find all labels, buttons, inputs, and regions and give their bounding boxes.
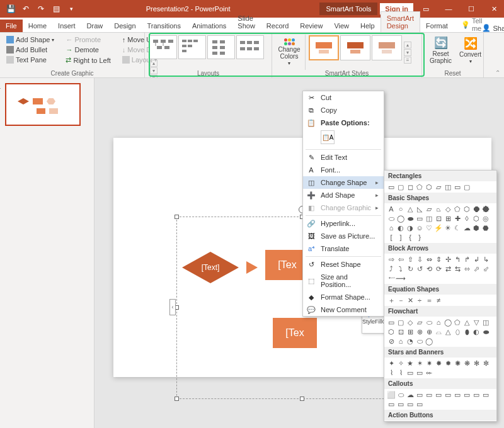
fc-1[interactable]: ▭ xyxy=(387,318,396,327)
shape-rtri[interactable]: ◺ xyxy=(415,205,424,213)
save-icon[interactable]: 💾 xyxy=(4,2,18,16)
shape-c1[interactable]: ⌂ xyxy=(387,223,396,232)
shape-b1[interactable]: ⬭ xyxy=(387,214,396,223)
fc-22[interactable]: ⬬ xyxy=(481,327,490,336)
arrow-b4[interactable]: ↳ xyxy=(481,255,490,264)
fc-5[interactable]: ⬭ xyxy=(425,318,433,327)
fc-12[interactable]: ⬡ xyxy=(387,327,396,336)
arrow-q[interactable]: ✢ xyxy=(444,255,452,264)
shape-c10[interactable]: ⬢ xyxy=(472,223,481,232)
tell-me[interactable]: 💡Tell me xyxy=(461,17,483,32)
slide-thumbnail-1[interactable] xyxy=(5,83,81,126)
start-slideshow-icon[interactable]: ▤ xyxy=(49,2,63,16)
tab-animations[interactable]: Animations xyxy=(186,20,232,32)
fc-3[interactable]: ◇ xyxy=(406,318,415,327)
shape-hept[interactable]: ⯃ xyxy=(472,205,481,213)
tab-help[interactable]: Help xyxy=(355,20,381,32)
tab-review[interactable]: Review xyxy=(294,20,328,32)
eq-div[interactable]: ÷ xyxy=(415,296,424,305)
shape-b3[interactable]: ⬬ xyxy=(406,214,415,223)
fc-26[interactable]: ⬭ xyxy=(415,337,424,346)
shape-c11[interactable]: ⬣ xyxy=(481,223,490,232)
arrow-b2[interactable]: ↱ xyxy=(462,255,471,264)
co-4[interactable]: ▭ xyxy=(415,390,424,399)
paste-option-text[interactable]: 📋A xyxy=(321,130,335,144)
fc-14[interactable]: ⊞ xyxy=(406,327,415,336)
smartart-shape-diamond[interactable]: [Text] xyxy=(182,252,239,283)
co-3[interactable]: ☁ xyxy=(406,390,415,399)
st-2[interactable]: ✧ xyxy=(396,359,405,368)
shape-c6[interactable]: ⚡ xyxy=(434,223,443,232)
share-button[interactable]: 👤Share xyxy=(482,24,504,32)
reset-graphic-button[interactable]: 🔄Reset Graphic xyxy=(426,35,455,65)
arrow-c5[interactable]: ⟲ xyxy=(425,264,433,273)
shape-br4[interactable]: } xyxy=(415,233,424,242)
shape-c4[interactable]: ☺ xyxy=(415,223,424,232)
shape-br1[interactable]: [ xyxy=(387,233,396,242)
shape-b4[interactable]: ▭ xyxy=(415,214,424,223)
fc-27[interactable]: ◯ xyxy=(425,337,433,346)
add-shape-button[interactable]: Add Shape ▾ xyxy=(4,35,57,45)
fc-13[interactable]: ⊡ xyxy=(396,327,405,336)
arrow-u[interactable]: ⇧ xyxy=(406,255,415,264)
st-6[interactable]: ✸ xyxy=(434,359,443,368)
ctx-add-shape[interactable]: ➕Add Shape▸ xyxy=(303,189,384,201)
fc-17[interactable]: ⌓ xyxy=(434,327,443,336)
arrow-c11[interactable]: ⬃ xyxy=(481,264,490,273)
shape-b9[interactable]: ◊ xyxy=(462,214,471,223)
arrow-ud[interactable]: ⇕ xyxy=(434,255,443,264)
fc-18[interactable]: △ xyxy=(444,327,452,336)
co-15[interactable]: ▭ xyxy=(415,400,424,408)
fc-24[interactable]: ⌂ xyxy=(396,337,405,346)
bn-2[interactable]: ⌇ xyxy=(396,368,405,377)
shape-tri[interactable]: △ xyxy=(406,205,415,213)
collapse-ribbon-icon[interactable]: ⌃ xyxy=(495,69,500,76)
co-10[interactable]: ▭ xyxy=(472,390,481,399)
bn-4[interactable]: ▭ xyxy=(415,368,424,377)
shape-dia[interactable]: ◇ xyxy=(444,205,452,213)
ctx-save-as-picture[interactable]: 🖼Save as Picture... xyxy=(303,230,384,242)
shape-oct[interactable]: ⯄ xyxy=(481,205,490,213)
eq-minus[interactable]: － xyxy=(396,296,405,305)
st-8[interactable]: ✺ xyxy=(453,359,462,368)
tab-smartart-design[interactable]: SmartArt Design xyxy=(381,11,420,32)
shape-b2[interactable]: ◯ xyxy=(396,214,405,223)
co-9[interactable]: ▭ xyxy=(462,390,471,399)
co-14[interactable]: ▭ xyxy=(406,400,415,408)
arrow-b1[interactable]: ↰ xyxy=(453,255,462,264)
tab-home[interactable]: Home xyxy=(23,20,52,32)
arrow-c4[interactable]: ↺ xyxy=(415,264,424,273)
eq-plus[interactable]: ＋ xyxy=(387,296,396,305)
ctx-change-shape[interactable]: ◫Change Shape▸ xyxy=(303,176,384,189)
arrow-c2[interactable]: ⤵ xyxy=(396,264,405,273)
maximize-icon[interactable]: ☐ xyxy=(461,1,481,16)
tab-record[interactable]: Record xyxy=(261,20,294,32)
ctx-edit-text[interactable]: ✎Edit Text xyxy=(303,151,384,164)
co-7[interactable]: ▭ xyxy=(444,390,452,399)
st-10[interactable]: ✻ xyxy=(472,359,481,368)
ctx-hyperlink[interactable]: 🔗Hyperlink... xyxy=(303,217,384,230)
shape-c2[interactable]: ◐ xyxy=(396,223,405,232)
shape-trap[interactable]: ⏢ xyxy=(434,205,443,213)
fc-19[interactable]: ⬯ xyxy=(453,327,462,336)
arrow-c6[interactable]: ⟳ xyxy=(434,264,443,273)
shape-rect9[interactable]: ▢ xyxy=(462,183,471,191)
ctx-format-shape[interactable]: ◆Format Shape... xyxy=(303,291,384,303)
arrow-c1[interactable]: ⤴ xyxy=(387,264,396,273)
fc-11[interactable]: ◫ xyxy=(481,318,490,327)
add-bullet-button[interactable]: Add Bullet xyxy=(4,45,57,55)
st-9[interactable]: ❋ xyxy=(462,359,471,368)
eq-neq[interactable]: ≠ xyxy=(434,296,443,305)
ctx-font[interactable]: AFont... xyxy=(303,164,384,176)
fc-4[interactable]: ▱ xyxy=(415,318,424,327)
fc-9[interactable]: △ xyxy=(462,318,471,327)
arrow-d2[interactable]: ⟿ xyxy=(396,274,405,283)
text-pane-toggle[interactable]: ‹ xyxy=(169,299,176,315)
tab-design[interactable]: Design xyxy=(108,20,141,32)
shape-b8[interactable]: ✚ xyxy=(453,214,462,223)
shape-br2[interactable]: ] xyxy=(396,233,405,242)
arrow-c9[interactable]: ⬄ xyxy=(462,264,471,273)
co-11[interactable]: ▭ xyxy=(481,390,490,399)
minimize-icon[interactable]: — xyxy=(438,1,459,16)
shape-rect5[interactable]: ⬡ xyxy=(425,183,433,191)
